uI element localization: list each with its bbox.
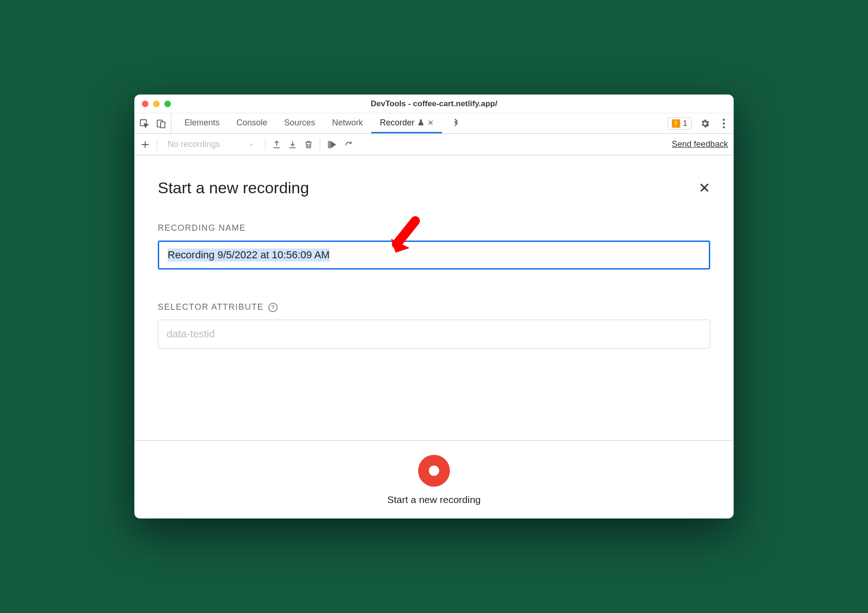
recorder-panel: Start a new recording ✕ RECORDING NAME R… [134, 155, 734, 518]
send-feedback-link[interactable]: Send feedback [672, 139, 728, 149]
panel-title: Start a new recording [158, 179, 309, 197]
record-icon [429, 466, 439, 476]
device-toolbar-icon[interactable] [156, 118, 166, 129]
import-icon[interactable] [288, 140, 297, 149]
window-title: DevTools - coffee-cart.netlify.app/ [134, 99, 734, 109]
export-icon[interactable] [272, 140, 281, 149]
selector-attribute-input[interactable] [158, 320, 710, 349]
svg-point-5 [723, 126, 725, 128]
window-maximize-button[interactable] [164, 101, 171, 107]
inspect-element-icon[interactable] [139, 118, 149, 129]
tab-network[interactable]: Network [324, 113, 371, 133]
tab-recorder[interactable]: Recorder ✕ [371, 113, 442, 133]
issues-count: 1 [683, 119, 687, 128]
close-panel-icon[interactable]: ✕ [699, 180, 710, 196]
devtools-window: DevTools - coffee-cart.netlify.app/ Elem… [134, 95, 734, 518]
tab-sources[interactable]: Sources [276, 113, 324, 133]
recording-name-value: Recording 9/5/2022 at 10:56:09 AM [168, 248, 330, 262]
tab-label: Sources [284, 118, 315, 128]
tab-console[interactable]: Console [228, 113, 276, 133]
selector-attribute-label-text: SELECTOR ATTRIBUTE [158, 302, 264, 312]
tab-label: Recorder [380, 118, 414, 128]
flask-icon [417, 119, 425, 126]
inspect-tools [139, 113, 171, 133]
close-tab-icon[interactable]: ✕ [427, 118, 434, 127]
settings-icon[interactable] [696, 117, 714, 131]
add-recording-icon[interactable] [140, 139, 150, 150]
more-options-icon[interactable] [719, 117, 729, 131]
tab-label: Console [236, 118, 267, 128]
panel-footer: Start a new recording [134, 440, 734, 518]
svg-point-4 [723, 122, 725, 124]
start-recording-button[interactable] [418, 455, 450, 487]
start-recording-label: Start a new recording [387, 494, 481, 505]
issues-badge[interactable]: ! 1 [668, 117, 691, 130]
recording-name-input[interactable]: Recording 9/5/2022 at 10:56:09 AM [158, 241, 710, 270]
svg-rect-6 [329, 141, 330, 147]
help-icon[interactable]: ? [268, 303, 278, 312]
more-tabs-icon[interactable] [447, 119, 465, 128]
selector-attribute-label: SELECTOR ATTRIBUTE ? [158, 302, 710, 312]
chevron-down-icon [248, 141, 255, 148]
recorder-toolbar: No recordings Send feedback [134, 134, 734, 155]
tab-label: Elements [184, 118, 220, 128]
recordings-dropdown[interactable]: No recordings [164, 139, 258, 149]
delete-icon[interactable] [304, 140, 313, 149]
recording-name-label: RECORDING NAME [158, 223, 710, 233]
tab-label: Network [332, 118, 363, 128]
warning-icon: ! [672, 119, 680, 128]
tab-elements[interactable]: Elements [176, 113, 228, 133]
recordings-dropdown-label: No recordings [168, 139, 220, 149]
replay-icon[interactable] [327, 140, 337, 149]
devtools-tabs-row: Elements Console Sources Network Recorde… [134, 113, 734, 134]
svg-rect-2 [161, 122, 165, 128]
replay-settings-icon[interactable] [344, 140, 354, 149]
traffic-lights [134, 101, 171, 107]
titlebar: DevTools - coffee-cart.netlify.app/ [134, 95, 734, 113]
svg-point-3 [723, 118, 725, 120]
window-close-button[interactable] [142, 101, 148, 107]
window-minimize-button[interactable] [153, 101, 160, 107]
devtools-tabs: Elements Console Sources Network Recorde… [176, 113, 442, 133]
